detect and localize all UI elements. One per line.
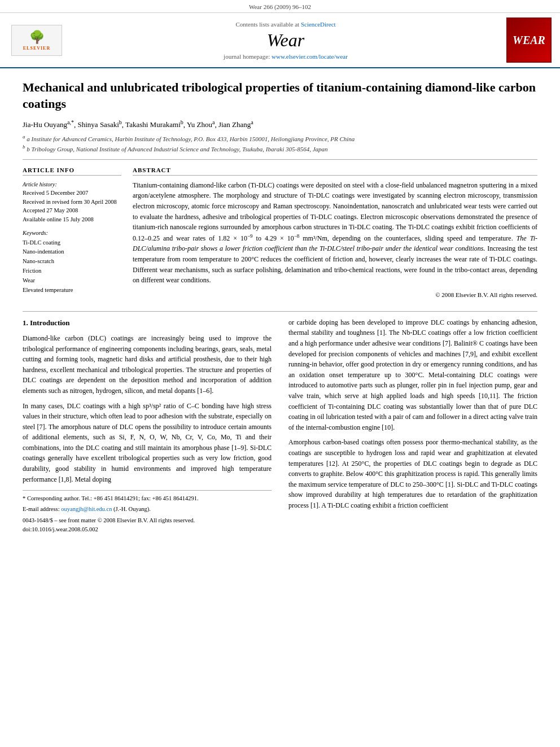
article-info-label: ARTICLE INFO <box>23 167 121 176</box>
keywords-label: Keywords: <box>23 229 121 238</box>
issn-doi-block: 0043-1648/$ – see front matter © 2008 El… <box>23 516 272 534</box>
footnote-email: E-mail address: ouyangjh@hit.edu.cn (J.-… <box>23 505 272 514</box>
elsevier-logo: 🌳 ELSEVIER <box>11 25 62 56</box>
keywords-block: Keywords: Ti-DLC coating Nano-indentatio… <box>23 229 121 295</box>
journal-right-logo: WEAR <box>504 18 554 63</box>
affiliation-b: b b Tribology Group, National Institute … <box>23 144 537 152</box>
intro-para-1: Diamond-like carbon (DLC) coatings are i… <box>23 333 272 396</box>
wear-badge: WEAR <box>506 18 552 63</box>
top-bar: Wear 266 (2009) 96–102 <box>0 0 560 13</box>
journal-center-info: Contents lists available at ScienceDirec… <box>73 18 498 63</box>
introduction-two-col: 1. Introduction Diamond-like carbon (DLC… <box>23 317 537 534</box>
abstract-text: Titanium-containing diamond-like carbon … <box>133 180 537 300</box>
history-label: Article history: <box>23 180 121 189</box>
homepage-label: journal homepage: <box>224 53 270 60</box>
article-info-column: ARTICLE INFO Article history: Received 5… <box>23 167 121 300</box>
issn-line: 0043-1648/$ – see front matter © 2008 El… <box>23 516 272 525</box>
intro-heading: 1. Introduction <box>23 317 272 329</box>
contents-label: Contents lists available at <box>235 21 299 28</box>
article-body: Mechanical and unlubricated tribological… <box>0 68 560 311</box>
article-title: Mechanical and unlubricated tribological… <box>23 80 537 112</box>
keyword-2: Nano-indentation <box>23 247 121 257</box>
journal-homepage-url[interactable]: www.elsevier.com/locate/wear <box>272 53 348 60</box>
journal-homepage-line: journal homepage: www.elsevier.com/locat… <box>224 53 348 60</box>
keyword-3: Nano-scratch <box>23 257 121 267</box>
right-para-2: Amorphous carbon-based coatings often po… <box>288 437 537 510</box>
email-link[interactable]: ouyangjh@hit.edu.cn <box>61 506 112 512</box>
copyright-line: © 2008 Elsevier B.V. All rights reserved… <box>133 290 537 300</box>
available-date: Available online 15 July 2008 <box>23 215 121 224</box>
elsevier-tree-icon: 🌳 <box>29 30 45 45</box>
abstract-column: ABSTRACT Titanium-containing diamond-lik… <box>133 167 537 300</box>
journal-volume-info: Wear 266 (2009) 96–102 <box>249 3 311 10</box>
article-info-abstract-row: ARTICLE INFO Article history: Received 5… <box>23 167 537 300</box>
main-content: 1. Introduction Diamond-like carbon (DLC… <box>0 312 560 545</box>
elsevier-brand-text: ELSEVIER <box>23 46 50 51</box>
authors-text: Jia-Hu Ouyanga,*, Shinya Sasakib, Takash… <box>23 120 253 129</box>
page: Wear 266 (2009) 96–102 🌳 ELSEVIER Conten… <box>0 0 560 747</box>
sciencedirect-link: Contents lists available at ScienceDirec… <box>235 21 335 28</box>
abstract-label: ABSTRACT <box>133 167 537 176</box>
article-history-block: Article history: Received 5 December 200… <box>23 180 121 224</box>
abstract-paragraph: Titanium-containing diamond-like carbon … <box>133 180 537 286</box>
email-label: E-mail address: <box>23 506 61 512</box>
intro-left-col: 1. Introduction Diamond-like carbon (DLC… <box>23 317 272 534</box>
revised-date: Received in revised form 30 April 2008 <box>23 198 121 207</box>
keyword-6: Elevated temperature <box>23 286 121 295</box>
keyword-4: Friction <box>23 267 121 276</box>
keyword-5: Wear <box>23 276 121 286</box>
keyword-1: Ti-DLC coating <box>23 238 121 248</box>
journal-header: 🌳 ELSEVIER Contents lists available at S… <box>0 13 560 68</box>
affiliation-a: a a Institute for Advanced Ceramics, Har… <box>23 134 537 142</box>
intro-right-col: or carbide doping has been developed to … <box>288 317 537 534</box>
footnote-corresponding: * Corresponding author. Tel.: +86 451 86… <box>23 494 272 503</box>
intro-para-2: In many cases, DLC coatings with a high … <box>23 401 272 485</box>
authors-line: Jia-Hu Ouyanga,*, Shinya Sasakib, Takash… <box>23 119 537 129</box>
sciencedirect-anchor[interactable]: ScienceDirect <box>301 21 336 28</box>
accepted-date: Accepted 27 May 2008 <box>23 206 121 215</box>
elsevier-logo-area: 🌳 ELSEVIER <box>6 18 68 63</box>
doi-line: doi:10.1016/j.wear.2008.05.002 <box>23 525 272 534</box>
journal-title-display: Wear <box>267 30 304 51</box>
divider-1 <box>23 159 537 160</box>
footnote-area: * Corresponding author. Tel.: +86 451 86… <box>23 490 272 534</box>
wear-badge-text: WEAR <box>513 34 545 47</box>
right-para-1: or carbide doping has been developed to … <box>288 317 537 433</box>
received-date: Received 5 December 2007 <box>23 189 121 198</box>
